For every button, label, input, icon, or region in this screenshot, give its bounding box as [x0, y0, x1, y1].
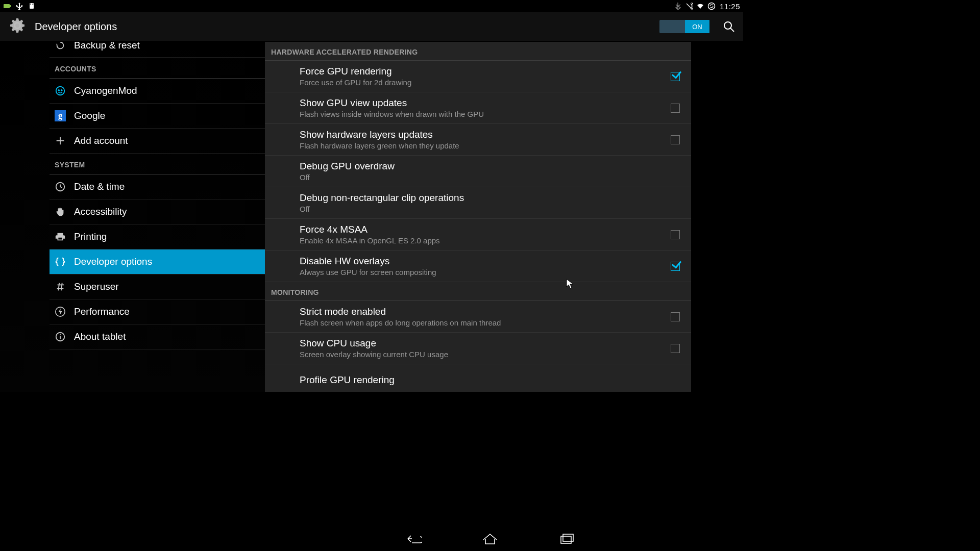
section-header-monitoring: MONITORING [265, 282, 691, 301]
preference-title: Force GPU rendering [300, 66, 671, 77]
bolt-icon [55, 306, 66, 317]
sidebar-item-performance[interactable]: Performance [50, 299, 265, 324]
sidebar-item-cyanogenmod[interactable]: CyanogenMod [50, 79, 265, 104]
content-body: Backup & reset ACCOUNTS CyanogenMod g Go… [0, 42, 743, 392]
restore-icon [55, 42, 66, 51]
sidebar-item-accessibility[interactable]: Accessibility [50, 199, 265, 224]
svg-point-9 [56, 87, 65, 95]
plus-icon [55, 135, 66, 146]
svg-point-11 [61, 90, 62, 91]
search-button[interactable] [722, 19, 736, 34]
preference-title: Show CPU usage [300, 338, 671, 349]
preference-row[interactable]: Show hardware layers updatesFlash hardwa… [265, 124, 691, 156]
android-debug-icon [28, 2, 36, 10]
checkbox[interactable] [671, 312, 680, 321]
preference-summary: Flash views inside windows when drawn wi… [300, 110, 671, 118]
sidebar-item-google[interactable]: g Google [50, 104, 265, 129]
hash-icon [55, 281, 66, 292]
google-icon: g [55, 110, 66, 121]
info-icon [55, 331, 66, 342]
battery-icon [3, 2, 11, 10]
status-clock: 11:25 [720, 2, 740, 11]
preference-title: Debug GPU overdraw [300, 161, 680, 172]
sidebar-item-printing[interactable]: Printing [50, 224, 265, 249]
preference-title: Profile GPU rendering [300, 374, 680, 386]
preference-summary: Off [300, 173, 680, 182]
sidebar-item-label: Performance [74, 306, 130, 317]
preference-summary: Flash hardware layers green when they up… [300, 141, 671, 150]
preference-title: Disable HW overlays [300, 256, 671, 267]
preference-row[interactable]: Force 4x MSAAEnable 4x MSAA in OpenGL ES… [265, 219, 691, 251]
svg-rect-1 [10, 5, 11, 7]
sidebar-header-accounts: ACCOUNTS [50, 58, 265, 79]
sidebar-item-label: Backup & reset [74, 42, 140, 51]
status-bar: 11:25 [0, 0, 743, 12]
preference-row[interactable]: Show CPU usageScreen overlay showing cur… [265, 333, 691, 364]
sidebar-item-label: Google [74, 110, 105, 121]
preference-row[interactable]: Strict mode enabledFlash screen when app… [265, 301, 691, 333]
preference-row[interactable]: Show GPU view updatesFlash views inside … [265, 92, 691, 124]
action-bar-right: ON [659, 19, 736, 34]
svg-line-5 [33, 3, 34, 4]
sidebar-item-backup-reset[interactable]: Backup & reset [50, 42, 265, 58]
preference-title: Show GPU view updates [300, 97, 671, 109]
svg-rect-15 [60, 336, 61, 339]
svg-point-6 [708, 3, 715, 10]
sidebar-item-label: Printing [74, 231, 107, 242]
sidebar-header-system: SYSTEM [50, 154, 265, 174]
master-toggle[interactable]: ON [659, 20, 709, 33]
sidebar-item-label: Add account [74, 135, 128, 146]
preference-summary: Flash screen when apps do long operation… [300, 318, 671, 327]
checkbox[interactable] [671, 104, 680, 113]
page-title: Developer options [35, 21, 117, 33]
sidebar-item-add-account[interactable]: Add account [50, 129, 265, 154]
section-header-hardware-rendering: HARDWARE ACCELERATED RENDERING [265, 42, 691, 61]
svg-point-3 [32, 4, 33, 5]
bluetooth-icon [674, 2, 682, 10]
hand-icon [55, 206, 66, 217]
settings-gear-icon[interactable] [7, 15, 28, 38]
sidebar-item-label: About tablet [74, 331, 126, 342]
sidebar-item-label: Date & time [74, 181, 125, 192]
svg-point-7 [724, 22, 731, 29]
preference-row[interactable]: Debug non-rectangular clip operationsOff [265, 187, 691, 219]
status-left [3, 2, 36, 10]
preference-row[interactable]: Disable HW overlaysAlways use GPU for sc… [265, 251, 691, 282]
vibrate-icon [685, 2, 693, 10]
svg-point-2 [30, 4, 31, 5]
clock-icon [55, 181, 66, 192]
svg-rect-16 [60, 334, 61, 335]
preference-row[interactable]: Profile GPU rendering [265, 364, 691, 392]
sidebar-item-developer-options[interactable]: Developer options [50, 249, 265, 274]
sidebar-item-superuser[interactable]: Superuser [50, 274, 265, 299]
svg-line-8 [730, 28, 734, 32]
sidebar-item-about-tablet[interactable]: About tablet [50, 324, 265, 349]
checkbox[interactable] [671, 135, 680, 144]
action-bar-left: Developer options [7, 15, 117, 38]
braces-icon [55, 256, 66, 267]
preference-summary: Always use GPU for screen compositing [300, 268, 671, 277]
action-bar: Developer options ON [0, 12, 743, 42]
checkbox[interactable] [671, 230, 680, 239]
checkbox[interactable] [671, 72, 680, 81]
preference-summary: Screen overlay showing current CPU usage [300, 350, 671, 359]
preference-row[interactable]: Force GPU renderingForce use of GPU for … [265, 61, 691, 92]
sidebar-item-label: Developer options [74, 256, 152, 267]
sidebar-item-label: Superuser [74, 281, 119, 292]
preference-row[interactable]: Debug GPU overdrawOff [265, 156, 691, 187]
usb-icon [15, 2, 23, 10]
preference-title: Show hardware layers updates [300, 129, 671, 140]
checkbox[interactable] [671, 344, 680, 353]
master-toggle-thumb: ON [685, 20, 709, 33]
settings-sidebar[interactable]: Backup & reset ACCOUNTS CyanogenMod g Go… [0, 42, 265, 392]
sidebar-item-label: CyanogenMod [74, 85, 137, 96]
detail-pane[interactable]: HARDWARE ACCELERATED RENDERING Force GPU… [265, 42, 691, 392]
checkbox[interactable] [671, 262, 680, 271]
sidebar-item-date-time[interactable]: Date & time [50, 174, 265, 199]
preference-summary: Enable 4x MSAA in OpenGL ES 2.0 apps [300, 236, 671, 245]
wifi-icon [696, 2, 704, 10]
svg-line-4 [30, 3, 31, 4]
printer-icon [55, 231, 66, 242]
preference-title: Debug non-rectangular clip operations [300, 192, 680, 204]
preference-title: Force 4x MSAA [300, 224, 671, 235]
